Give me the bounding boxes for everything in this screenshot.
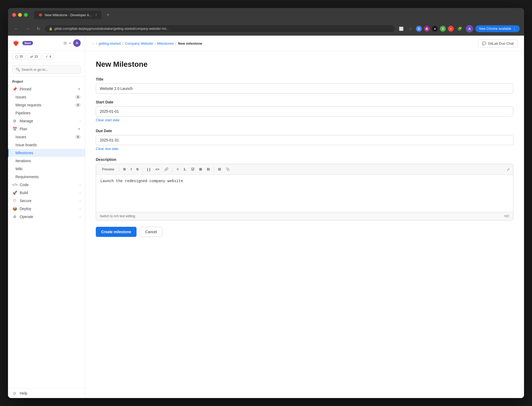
cancel-button[interactable]: Cancel [140, 227, 163, 237]
secure-item-left: 🛡 Secure [12, 199, 31, 203]
maximize-traffic-light[interactable] [24, 13, 28, 17]
ordered-list-button[interactable]: 1. [182, 166, 188, 172]
editor-preview-tab[interactable]: Preview [99, 166, 117, 172]
sidebar-item-build[interactable]: 🚀 Build › [8, 189, 85, 197]
close-traffic-light[interactable] [12, 13, 16, 17]
sidebar-item-pipelines[interactable]: Pipelines [8, 109, 85, 117]
search-input[interactable]: 🔍 Search or go to... [12, 65, 81, 74]
extension-bell-icon[interactable]: 🔔 [424, 26, 430, 32]
iterations-label: Iterations [15, 159, 31, 163]
create-milestone-button[interactable]: Create milestone [96, 227, 137, 237]
back-button[interactable]: ← [12, 25, 21, 32]
bullet-list-button[interactable]: ≡ [175, 166, 181, 172]
link-button[interactable]: 🔗 [162, 166, 170, 172]
extensions-icon[interactable]: 🧩 [456, 26, 464, 32]
external-link-icon[interactable]: ⬜ [397, 26, 405, 32]
sidebar-item-issue-boards[interactable]: Issue boards [8, 141, 85, 149]
italic-button[interactable]: I [129, 166, 134, 172]
sidebar-item-pinned[interactable]: 📌 Pinned ▼ [8, 85, 85, 93]
table-button[interactable]: ⊟ [216, 166, 223, 172]
blockquote-button[interactable]: { } [145, 166, 152, 172]
build-chevron-icon: › [80, 191, 81, 194]
profile-avatar[interactable]: A [466, 25, 473, 32]
breadcrumb-company-website[interactable]: Company Website [125, 41, 153, 45]
extension-dot-icon[interactable]: ● [432, 26, 438, 32]
sidebar-header: Next ⊟ + A [8, 36, 85, 51]
manage-icon: ⚙ [12, 119, 17, 123]
sidebar-layout-icon[interactable]: ⊟ [64, 41, 67, 45]
strikethrough-button[interactable]: S [134, 166, 141, 172]
sidebar-item-manage[interactable]: ⚙ Manage › [8, 117, 85, 125]
extension-s-icon[interactable]: S [440, 26, 446, 32]
editor-expand-button[interactable]: ⤢ [507, 167, 510, 171]
attachment-button[interactable]: 📎 [224, 166, 232, 172]
switch-to-rich-text[interactable]: Switch to rich text editing [100, 214, 135, 218]
user-avatar[interactable]: A [73, 39, 81, 47]
duo-chat-button[interactable]: 💬 GitLab Duo Chat [478, 39, 518, 48]
breadcrumb-sep-4: / [175, 41, 176, 45]
markdown-icon: MD [504, 214, 509, 218]
code-button[interactable]: <> [154, 166, 161, 172]
clear-due-date-link[interactable]: Clear due date [96, 147, 118, 151]
due-date-form-group: Due Date Clear due date [96, 129, 513, 151]
sidebar-item-plan[interactable]: 📅 Plan ▼ [8, 125, 85, 133]
project-section-label: Project [8, 77, 85, 85]
description-editor: Preview B I S { } <> 🔗 ≡ [96, 164, 513, 220]
browser-tab[interactable]: New Milestone · Developer A... × [34, 11, 101, 19]
chrome-available-button[interactable]: New Chrome available ⋮ [475, 25, 520, 32]
sidebar-item-plan-issues[interactable]: Issues 5 [8, 133, 85, 141]
issues-badge: 5 [75, 95, 81, 99]
issues-label: Issues [15, 95, 26, 99]
bold-button[interactable]: B [121, 166, 127, 172]
sidebar-item-issues[interactable]: Issues 5 [8, 93, 85, 101]
sidebar-item-iterations[interactable]: Iterations [8, 157, 85, 165]
breadcrumb-milestones[interactable]: Milestones [157, 41, 174, 45]
reload-button[interactable]: ↻ [35, 25, 42, 32]
breadcrumb: ··· / getting-started / Company Website … [92, 41, 202, 45]
milestones-label: Milestones [15, 151, 33, 155]
address-bar[interactable]: 🔒 gitlab.com/gitlab-da/playground/abubak… [45, 25, 395, 32]
title-input[interactable] [96, 83, 513, 94]
issues-counter-button[interactable]: ▢ 35 [12, 53, 26, 60]
extension-g-icon[interactable]: G [416, 26, 422, 32]
outdent-button[interactable]: ⊟ [205, 166, 212, 172]
breadcrumb-sep-3: / [155, 41, 156, 45]
due-date-input[interactable] [96, 135, 513, 145]
sidebar-item-operate[interactable]: ⚙ Operate › [8, 213, 85, 221]
breadcrumb-dots[interactable]: ··· [92, 41, 94, 45]
search-icon: 🔍 [16, 68, 20, 72]
sidebar-item-secure[interactable]: 🛡 Secure › [8, 197, 85, 205]
breadcrumb-getting-started[interactable]: getting-started [98, 41, 121, 45]
mr-counter-button[interactable]: ⇄ 33 [27, 53, 41, 60]
new-tab-button[interactable]: + [107, 12, 110, 18]
sidebar-item-merge-requests[interactable]: Merge requests 0 [8, 101, 85, 109]
indent-button[interactable]: ⊞ [197, 166, 204, 172]
deploy-chevron-icon: › [80, 207, 81, 210]
forward-button[interactable]: → [23, 25, 32, 32]
bookmark-icon[interactable]: ☆ [407, 26, 414, 32]
sidebar-item-help[interactable]: ⊙ Help [12, 391, 81, 395]
mr-label: Merge requests [15, 103, 41, 107]
sidebar-add-icon[interactable]: + [69, 41, 71, 45]
plan-chevron-icon: ▼ [78, 127, 81, 131]
duo-chat-label: GitLab Duo Chat [488, 41, 514, 45]
clear-start-date-link[interactable]: Clear start date [96, 118, 119, 122]
sidebar-item-wiki[interactable]: Wiki [8, 165, 85, 173]
breadcrumb-sep-2: / [122, 41, 123, 45]
tab-close-button[interactable]: × [95, 13, 97, 17]
description-label: Description [96, 157, 513, 162]
todo-counter-button[interactable]: ✓ 4 [43, 53, 54, 60]
help-label: Help [20, 391, 27, 395]
sidebar-item-requirements[interactable]: Requirements [8, 173, 85, 181]
editor-sep-4 [214, 167, 214, 172]
extension-plus-icon[interactable]: + [448, 26, 454, 32]
sidebar-item-deploy[interactable]: 📦 Deploy › [8, 205, 85, 213]
start-date-input[interactable] [96, 106, 513, 116]
sidebar-item-code[interactable]: </> Code › [8, 181, 85, 189]
editor-body[interactable]: Launch the redesigned company website [96, 175, 513, 212]
minimize-traffic-light[interactable] [18, 13, 22, 17]
task-list-button[interactable]: ☑ [189, 166, 196, 172]
browser-content: Next ⊟ + A ▢ 35 ⇄ 33 [8, 36, 524, 398]
sidebar-item-milestones[interactable]: Milestones [8, 149, 85, 157]
editor-sep-1 [119, 167, 119, 172]
